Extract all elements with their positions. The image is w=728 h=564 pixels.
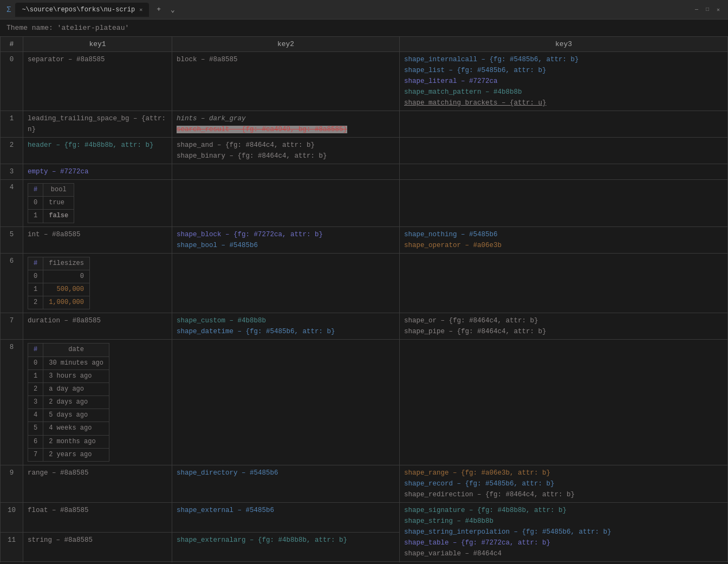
list-item: 0 true: [28, 197, 74, 210]
list-item: 1 false: [28, 210, 74, 223]
row-0-col2: block – #8a8585: [172, 52, 400, 111]
titlebar: Σ ~\source\repos\forks\nu-scrip ✕ + ⌄ — …: [0, 0, 728, 20]
bool-row-0-val: true: [43, 197, 74, 210]
row-num-1: 1: [1, 111, 23, 138]
row-1-col2: hints – dark_gray search_result – {fg: #…: [172, 111, 400, 138]
row-2-col2: shape_and – {fg: #8464c4, attr: b} shape…: [172, 138, 400, 164]
row-12-col2: shape_filepath – #5485b6: [172, 562, 400, 563]
col-header-key2: key2: [172, 37, 400, 52]
table-row: 2 header – {fg: #4b8b8b, attr: b} shape_…: [1, 138, 728, 164]
row-num-5: 5: [1, 226, 23, 253]
bool-table-col-num: #: [28, 184, 43, 197]
list-item: 6 2 months ago: [28, 435, 109, 448]
col-header-num: #: [1, 37, 23, 52]
bool-row-1-val: false: [43, 210, 74, 223]
row-3-col2: [172, 164, 400, 180]
date-row-5-val: 4 weeks ago: [43, 422, 109, 435]
list-item: 3 2 days ago: [28, 396, 109, 409]
row-2-col3: [400, 138, 728, 164]
row-12-col1: nothing – #8a8585: [23, 562, 172, 563]
bool-table-col-val: bool: [43, 184, 74, 197]
row-9-col3: shape_range – {fg: #a06e3b, attr: b} sha…: [400, 465, 728, 503]
row-6-col1: # filesizes 0 0 1 500,000: [23, 253, 172, 313]
row-11-col1: string – #8a8585: [23, 532, 172, 562]
bool-row-1-num: 1: [28, 210, 43, 223]
active-tab[interactable]: ~\source\repos\forks\nu-scrip ✕: [15, 3, 149, 17]
date-row-6-val: 2 months ago: [43, 435, 109, 448]
table-row: 3 empty – #7272ca: [1, 164, 728, 180]
row-11-col2: shape_externalarg – {fg: #4b8b8b, attr: …: [172, 532, 400, 562]
date-col-val: date: [43, 343, 109, 356]
row-num-11: 11: [1, 532, 23, 562]
row-4-col2: [172, 180, 400, 227]
row-num-3: 3: [1, 164, 23, 180]
list-item: 0 0: [28, 270, 90, 283]
list-item: 2 a day ago: [28, 383, 109, 396]
row-8-col3: [400, 340, 728, 465]
row-10-col2: shape_external – #5485b6: [172, 503, 400, 533]
date-row-2-num: 2: [28, 383, 43, 396]
row-3-col3: [400, 164, 728, 180]
table-row: 8 # date 0 30 minutes ago: [1, 340, 728, 465]
date-row-3-val: 2 days ago: [43, 396, 109, 409]
theme-name-line: Theme name: 'atelier-plateau': [0, 20, 728, 36]
list-item: 0 30 minutes ago: [28, 356, 109, 369]
dropdown-button[interactable]: ⌄: [168, 5, 177, 14]
date-row-4-num: 4: [28, 409, 43, 422]
date-row-7-num: 7: [28, 448, 43, 461]
row-1-col3: [400, 111, 728, 138]
row-num-6: 6: [1, 253, 23, 313]
row-num-12: 12: [1, 562, 23, 563]
row-9-col2: shape_directory – #5485b6: [172, 465, 400, 503]
table-row: 9 range – #8a8585 shape_directory – #548…: [1, 465, 728, 503]
row-4-col1: # bool 0 true 1 false: [23, 180, 172, 227]
date-row-4-val: 5 days ago: [43, 409, 109, 422]
list-item: 2 1,000,000: [28, 296, 90, 309]
list-item: 5 4 weeks ago: [28, 422, 109, 435]
row-6-col2: [172, 253, 400, 313]
table-row: 12 nothing – #8a8585 shape_filepath – #5…: [1, 562, 728, 563]
row-5-col3: shape_nothing – #5485b6 shape_operator –…: [400, 226, 728, 253]
date-row-2-val: a day ago: [43, 383, 109, 396]
filesizes-row-1-num: 1: [28, 283, 43, 296]
date-col-num: #: [28, 343, 43, 356]
terminal-icon: Σ: [6, 5, 11, 14]
close-button[interactable]: ✕: [715, 7, 722, 13]
tab-close-button[interactable]: ✕: [139, 7, 142, 13]
table-row: 5 int – #8a8585 shape_block – {fg: #7272…: [1, 226, 728, 253]
table-row: 10 float – #8a8585 shape_external – #548…: [1, 503, 728, 533]
filesizes-row-1-val: 500,000: [43, 283, 90, 296]
row-10-col3: shape_signature – {fg: #4b8b8b, attr: b}…: [400, 503, 728, 562]
tab-label: ~\source\repos\forks\nu-scrip: [22, 6, 135, 14]
bool-table: # bool 0 true 1 false: [28, 183, 74, 223]
date-row-6-num: 6: [28, 435, 43, 448]
row-num-8: 8: [1, 340, 23, 465]
new-tab-button[interactable]: +: [153, 5, 164, 14]
minimize-button[interactable]: —: [693, 7, 700, 13]
table-row: 7 duration – #8a8585 shape_custom – #4b8…: [1, 313, 728, 340]
maximize-button[interactable]: □: [704, 7, 711, 13]
list-item: 7 2 years ago: [28, 448, 109, 461]
date-row-1-val: 3 hours ago: [43, 369, 109, 383]
row-num-2: 2: [1, 138, 23, 164]
table-row: 0 separator – #8a8585 block – #8a8585 sh…: [1, 52, 728, 111]
row-num-4: 4: [1, 180, 23, 227]
row-7-col3: shape_or – {fg: #8464c4, attr: b} shape_…: [400, 313, 728, 340]
filesizes-col-num: #: [28, 257, 43, 270]
list-item: 1 3 hours ago: [28, 369, 109, 383]
date-row-0-num: 0: [28, 356, 43, 369]
row-0-col1: separator – #8a8585: [23, 52, 172, 111]
row-4-col3: [400, 180, 728, 227]
date-row-3-num: 3: [28, 396, 43, 409]
row-10-col1: float – #8a8585: [23, 503, 172, 533]
row-num-0: 0: [1, 52, 23, 111]
date-row-0-val: 30 minutes ago: [43, 356, 109, 369]
data-table: # key1 key2 key3 0 separator – #8a8585 b…: [0, 36, 728, 562]
row-3-col1: empty – #7272ca: [23, 164, 172, 180]
row-0-col3: shape_internalcall – {fg: #5485b6, attr:…: [400, 52, 728, 111]
row-8-col2: [172, 340, 400, 465]
row-num-10: 10: [1, 503, 23, 533]
row-12-col3: [400, 562, 728, 563]
main-content: # key1 key2 key3 0 separator – #8a8585 b…: [0, 36, 728, 562]
row-1-col1: leading_trailing_space_bg – {attr: n}: [23, 111, 172, 138]
